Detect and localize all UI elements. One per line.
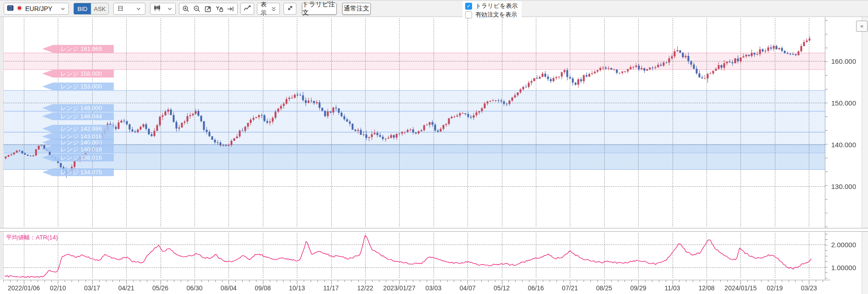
ask-button[interactable]: ASK (91, 3, 108, 14)
date-axis-label: 2023/01/27 (383, 284, 415, 292)
date-axis-label: 05/12 (494, 284, 510, 292)
left-gutter (0, 17, 4, 280)
date-axis-label: 11/03 (665, 284, 680, 292)
date-axis-label: 2024/01/15 (724, 284, 757, 292)
range-tag[interactable]: レンジ 134.075 (42, 168, 114, 176)
date-axis-label: 06/30 (186, 284, 202, 292)
bid-button[interactable]: BID (74, 3, 91, 14)
date-axis-label: 09/29 (630, 284, 646, 292)
chevron-down-icon (60, 6, 66, 11)
chevron-down-icon (136, 6, 141, 11)
expand-icon (287, 5, 294, 13)
y-axis-lock-icon[interactable] (214, 4, 225, 14)
date-axis-label: 05/26 (152, 284, 168, 292)
display-label: 表示 (261, 0, 271, 17)
pair-label: EUR/JPY (25, 5, 58, 12)
candlestick-icon (153, 4, 161, 13)
date-axis-label: 12/08 (698, 284, 714, 292)
display-menu-button[interactable]: 表示 (257, 3, 280, 15)
toolbar: EUR/JPY BID ASK 日 (0, 0, 868, 17)
toraripi-visible-label: トラリピを表示 (475, 2, 518, 10)
fit-chart-icon[interactable] (203, 4, 214, 14)
date-axis-label: 08/04 (221, 284, 237, 292)
trading-app-window: EUR/JPY BID ASK 日 (0, 0, 868, 294)
atr-axis-label: 2.00000 (831, 240, 856, 248)
double-chevron-down-icon (271, 6, 276, 12)
expand-chart-button[interactable] (284, 3, 296, 15)
date-axis-label: 03/23 (801, 284, 817, 292)
date-axis-label: 10/13 (289, 284, 305, 292)
right-gutter (862, 17, 868, 294)
atr-indicator-label: 平均値幅：ATR(14) (6, 233, 58, 242)
add-indicator-icon (243, 4, 251, 13)
toraripi-visible-row: ✓ トラリピを表示 (465, 2, 518, 10)
date-axis-label: 11/17 (323, 284, 339, 292)
date-axis-label: 09/08 (255, 284, 271, 292)
atr-axis-label: 1.00000 (831, 264, 856, 272)
date-axis-label: 04/07 (460, 284, 476, 292)
date-axis-label: 12/22 (357, 284, 373, 292)
price-axis-label: 150.000 (831, 99, 856, 107)
date-axis-label: 03/03 (425, 284, 441, 292)
range-tag[interactable]: レンジ 142.986 (42, 125, 114, 133)
range-tag[interactable]: レンジ 158.000 (42, 70, 114, 78)
price-axis-label: 160.000 (831, 57, 856, 65)
eu-flag-icon (7, 5, 14, 13)
zoom-out-icon[interactable] (192, 4, 203, 14)
date-axis-label: 08/25 (596, 284, 612, 292)
pane-divider[interactable] (0, 228, 868, 232)
toraripi-order-button[interactable]: トラリピ注文 (302, 3, 337, 15)
range-tag[interactable]: レンジ 138.016 (42, 154, 114, 161)
range-tag[interactable]: レンジ 161.969 (42, 45, 114, 53)
range-tag[interactable]: レンジ 153.000 (42, 83, 114, 90)
range-tag[interactable]: レンジ 148.000 (42, 104, 114, 112)
date-axis-label: 03/17 (84, 284, 100, 292)
bid-ask-toggle: BID ASK (73, 3, 109, 15)
range-tag[interactable]: レンジ 140.018 (42, 145, 114, 153)
price-axis-label: 130.000 (831, 183, 856, 190)
date-axis-label: 07/21 (562, 284, 578, 292)
date-axis-label: 04/21 (118, 284, 134, 292)
date-axis-label: 02/19 (767, 284, 783, 292)
timeframe-value: 日 (117, 5, 123, 13)
zoom-in-icon[interactable] (180, 4, 191, 14)
timeframe-select[interactable]: 日 (113, 3, 145, 15)
collapse-panel-button[interactable]: « (856, 21, 868, 32)
normal-order-button[interactable]: 通常注文 (342, 3, 371, 15)
date-axis-label: 02/10 (50, 284, 66, 292)
range-tag[interactable]: レンジ 148.044 (42, 112, 114, 120)
go-to-latest-icon[interactable] (225, 4, 236, 14)
add-indicator-button[interactable] (240, 3, 254, 15)
range-tag[interactable]: レンジ 140.000 (42, 139, 114, 146)
chart-type-select[interactable] (150, 3, 176, 15)
date-axis-label: 06/16 (528, 284, 544, 292)
currency-pair-selector[interactable]: EUR/JPY (4, 3, 69, 15)
jp-flag-icon (16, 5, 23, 13)
toraripi-visible-checkbox[interactable]: ✓ (465, 3, 472, 10)
chart-canvas[interactable] (0, 17, 868, 294)
chevron-down-icon (167, 6, 172, 11)
date-axis-label: 2022/01/06 (8, 284, 40, 292)
chart-tools-group (179, 3, 238, 15)
price-axis-label: 140.000 (831, 141, 856, 149)
